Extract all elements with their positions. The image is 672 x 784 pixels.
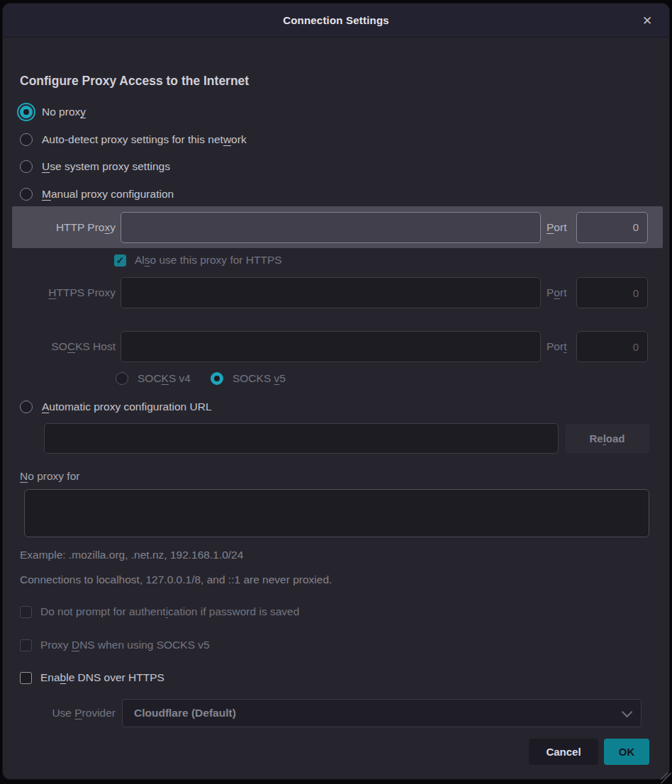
checkbox-proxy-dns[interactable] bbox=[20, 639, 32, 651]
radio-system-proxy[interactable] bbox=[20, 160, 33, 173]
ok-button[interactable]: OK bbox=[604, 739, 649, 765]
socks-host-label: SOCKS Host bbox=[20, 340, 116, 353]
http-port-input[interactable] bbox=[576, 212, 648, 243]
example-text: Example: .mozilla.org, .net.nz, 192.168.… bbox=[20, 549, 243, 561]
http-proxy-label: HTTP Proxy bbox=[20, 221, 116, 234]
provider-dropdown[interactable]: Cloudflare (Default) bbox=[122, 699, 642, 727]
cancel-button[interactable]: Cancel bbox=[529, 739, 598, 765]
radio-label-socks-v5[interactable]: SOCKS v5 bbox=[233, 372, 286, 385]
https-proxy-label: HTTPS Proxy bbox=[20, 286, 116, 299]
http-proxy-row: HTTP Proxy Port bbox=[3, 206, 669, 248]
checkbox-no-prompt[interactable] bbox=[20, 606, 32, 618]
no-proxy-for-row: No proxy for bbox=[3, 469, 669, 484]
localhost-note-text: Connections to localhost, 127.0.0.1/8, a… bbox=[20, 573, 332, 586]
checkbox-doh[interactable] bbox=[20, 672, 32, 684]
socks-host-input[interactable] bbox=[121, 331, 541, 362]
http-port-label: Port bbox=[547, 221, 571, 234]
radio-label-manual-proxy[interactable]: Manual proxy configuration bbox=[42, 188, 174, 201]
radio-label-system-proxy[interactable]: Use system proxy settings bbox=[42, 160, 170, 173]
radio-row-manual-proxy[interactable]: Manual proxy configuration bbox=[3, 184, 669, 205]
no-proxy-for-label: No proxy for bbox=[20, 470, 79, 483]
doh-label[interactable]: Enable DNS over HTTPS bbox=[40, 671, 164, 684]
proxy-dns-label[interactable]: Proxy DNS when using SOCKS v5 bbox=[40, 639, 210, 651]
radio-row-auto-url[interactable]: Automatic proxy configuration URL bbox=[3, 396, 669, 418]
socks-host-row: SOCKS Host Port bbox=[3, 331, 669, 362]
provider-label: Use Provider bbox=[20, 707, 116, 719]
dialog-title: Connection Settings bbox=[283, 14, 389, 26]
radio-label-auto-detect[interactable]: Auto-detect proxy settings for this netw… bbox=[42, 133, 247, 146]
dialog-footer: Cancel OK bbox=[529, 739, 649, 765]
chevron-down-icon bbox=[622, 706, 633, 717]
radio-row-no-proxy[interactable]: No proxy bbox=[3, 101, 669, 123]
radio-socks-v5[interactable] bbox=[211, 372, 223, 385]
no-prompt-row[interactable]: Do not prompt for authentication if pass… bbox=[3, 604, 669, 620]
close-icon[interactable]: ✕ bbox=[637, 10, 658, 31]
checkbox-also-https[interactable]: ✓ bbox=[114, 254, 126, 267]
radio-label-auto-url[interactable]: Automatic proxy configuration URL bbox=[42, 401, 212, 413]
https-port-label: Port bbox=[547, 286, 571, 299]
socks-version-row: SOCKS v4 SOCKS v5 bbox=[3, 369, 669, 388]
provider-value: Cloudflare (Default) bbox=[134, 707, 622, 719]
resize-grip-icon[interactable] bbox=[661, 773, 671, 783]
check-icon: ✓ bbox=[116, 256, 124, 265]
radio-row-system-proxy[interactable]: Use system proxy settings bbox=[3, 156, 669, 177]
proxy-dns-row[interactable]: Proxy DNS when using SOCKS v5 bbox=[3, 637, 669, 653]
radio-row-socks-v4[interactable]: SOCKS v4 bbox=[116, 372, 191, 385]
reload-button[interactable]: Reload bbox=[565, 424, 649, 453]
radio-auto-url[interactable] bbox=[20, 401, 33, 413]
page-title: Configure Proxy Access to the Internet bbox=[20, 74, 249, 89]
socks-port-input[interactable] bbox=[576, 331, 648, 362]
no-prompt-label[interactable]: Do not prompt for authentication if pass… bbox=[40, 605, 299, 618]
http-proxy-input[interactable] bbox=[121, 212, 541, 243]
doh-row[interactable]: Enable DNS over HTTPS bbox=[3, 670, 669, 685]
radio-label-socks-v4[interactable]: SOCKS v4 bbox=[138, 372, 191, 385]
https-proxy-row: HTTPS Proxy Port bbox=[3, 277, 669, 308]
auto-url-row: Reload bbox=[3, 423, 669, 454]
also-https-row[interactable]: ✓ Also use this proxy for HTTPS bbox=[3, 252, 669, 268]
radio-label-no-proxy[interactable]: No proxy bbox=[42, 106, 86, 118]
dialog-titlebar: Connection Settings ✕ bbox=[3, 4, 669, 38]
connection-settings-dialog: Connection Settings ✕ Configure Proxy Ac… bbox=[3, 4, 669, 779]
radio-auto-detect[interactable] bbox=[20, 133, 33, 146]
localhost-note-row: Connections to localhost, 127.0.0.1/8, a… bbox=[3, 573, 669, 587]
https-port-input[interactable] bbox=[576, 277, 648, 308]
also-https-label[interactable]: Also use this proxy for HTTPS bbox=[135, 254, 282, 267]
https-proxy-input[interactable] bbox=[121, 277, 541, 308]
auto-url-input[interactable] bbox=[44, 423, 559, 454]
radio-no-proxy[interactable] bbox=[20, 106, 33, 118]
socks-port-label: Port bbox=[547, 340, 571, 353]
provider-row: Use Provider Cloudflare (Default) bbox=[3, 699, 669, 727]
example-row: Example: .mozilla.org, .net.nz, 192.168.… bbox=[3, 548, 669, 562]
radio-row-auto-detect[interactable]: Auto-detect proxy settings for this netw… bbox=[3, 129, 669, 150]
radio-socks-v4[interactable] bbox=[116, 372, 128, 385]
radio-row-socks-v5[interactable]: SOCKS v5 bbox=[211, 372, 286, 385]
no-proxy-for-textarea[interactable] bbox=[24, 489, 649, 537]
radio-manual-proxy[interactable] bbox=[20, 188, 33, 201]
